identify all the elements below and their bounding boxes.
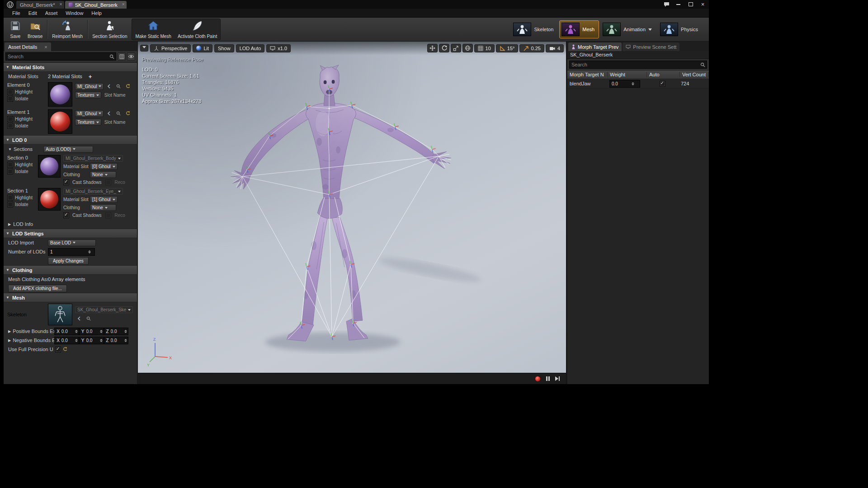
- material-dropdown[interactable]: MI_Ghoul: [75, 110, 104, 117]
- clothing-dropdown[interactable]: None: [90, 204, 116, 211]
- textures-dropdown[interactable]: Textures: [75, 119, 101, 126]
- spinner-arrows[interactable]: [75, 339, 78, 342]
- add-apex-clothing-button[interactable]: Add APEX clothing file...: [8, 285, 67, 292]
- menu-asset[interactable]: Asset: [41, 10, 62, 16]
- rotate-tool-button[interactable]: [439, 44, 449, 52]
- unreal-logo-icon[interactable]: [4, 1, 16, 9]
- screen-size-button[interactable]: x1.0: [266, 44, 291, 52]
- auto-checkbox[interactable]: [660, 81, 665, 87]
- angle-snap-button[interactable]: 15°: [496, 44, 519, 52]
- feedback-icon[interactable]: [660, 0, 672, 9]
- material-thumbnail[interactable]: [48, 82, 72, 107]
- grid-snap-button[interactable]: 10: [474, 44, 495, 52]
- column-auto[interactable]: Auto: [647, 72, 680, 77]
- morph-search-input[interactable]: [569, 61, 707, 69]
- tab-sk-ghoul-berserk[interactable]: SK_Ghoul_Berserk ×: [65, 1, 127, 9]
- full-precision-checkbox[interactable]: [55, 347, 61, 352]
- isolate-checkbox[interactable]: [7, 169, 13, 174]
- cast-shadows-checkbox[interactable]: [63, 212, 69, 218]
- category-clothing[interactable]: ▼ Clothing: [4, 265, 137, 275]
- section-material-dropdown[interactable]: MI_Ghoul_Berserk_Body: [63, 155, 123, 162]
- menu-file[interactable]: File: [8, 10, 24, 16]
- reset-to-default-icon[interactable]: [124, 109, 132, 117]
- section-selection-button[interactable]: Section Selection: [89, 19, 130, 40]
- column-view-icon[interactable]: [118, 52, 126, 61]
- add-material-slot-button[interactable]: +: [89, 73, 92, 80]
- highlight-checkbox[interactable]: [7, 89, 13, 95]
- translate-tool-button[interactable]: [427, 44, 438, 52]
- category-lod0[interactable]: ▼ LOD 0: [4, 135, 137, 145]
- use-selected-arrow-icon[interactable]: [105, 82, 113, 90]
- negative-x-input[interactable]: [61, 338, 74, 343]
- browse-to-asset-icon[interactable]: [114, 109, 123, 117]
- scale-snap-button[interactable]: 0.25: [519, 44, 544, 52]
- view-options-eye-icon[interactable]: [127, 52, 135, 61]
- category-material-slots[interactable]: ▼ Material Slots: [4, 62, 137, 72]
- close-icon[interactable]: ×: [59, 1, 62, 7]
- browse-to-asset-icon[interactable]: [85, 314, 93, 323]
- number-of-lods-input[interactable]: [49, 249, 87, 254]
- tab-preview-scene-settings[interactable]: Preview Scene Sett: [623, 42, 679, 51]
- section-material-thumbnail[interactable]: [38, 188, 61, 211]
- browse-button[interactable]: Browse: [24, 19, 46, 40]
- clothing-dropdown[interactable]: None: [90, 171, 116, 178]
- show-dropdown[interactable]: Show: [214, 44, 234, 52]
- mode-mesh[interactable]: Mesh: [559, 20, 599, 38]
- minimize-button[interactable]: [672, 0, 684, 9]
- lod-import-dropdown[interactable]: Base LOD: [48, 239, 96, 246]
- positive-y-input[interactable]: [85, 329, 99, 334]
- camera-speed-button[interactable]: 4: [546, 44, 564, 52]
- asset-details-search-input[interactable]: [5, 52, 116, 61]
- mode-physics[interactable]: Physics: [658, 20, 703, 38]
- save-button[interactable]: Save: [6, 19, 24, 40]
- use-selected-arrow-icon[interactable]: [105, 109, 113, 117]
- category-lod-settings[interactable]: ▼ LOD Settings: [4, 229, 137, 238]
- viewport-canvas-area[interactable]: Perspective Lit Show LOD Auto x1.0: [138, 42, 566, 373]
- expand-arrow-icon[interactable]: ▶: [8, 338, 11, 343]
- spinner-arrows[interactable]: [124, 339, 127, 342]
- close-button[interactable]: ×: [697, 0, 709, 9]
- expand-arrow-icon[interactable]: ▶: [8, 329, 11, 333]
- maximize-button[interactable]: [684, 0, 697, 9]
- tab-ghoul-berserk[interactable]: Ghoul_Berserk* ×: [16, 1, 64, 9]
- pause-button[interactable]: [546, 376, 550, 381]
- skeleton-thumbnail[interactable]: [48, 304, 72, 325]
- skeleton-asset-dropdown[interactable]: SK_Ghoul_Berserk_Ske: [75, 306, 133, 313]
- isolate-checkbox[interactable]: [7, 123, 13, 129]
- mode-skeleton[interactable]: Skeleton: [511, 20, 558, 38]
- negative-z-input[interactable]: [110, 338, 123, 343]
- material-slot-dropdown[interactable]: [0] Ghoul: [90, 163, 118, 170]
- menu-window[interactable]: Window: [61, 10, 87, 16]
- isolate-checkbox[interactable]: [7, 202, 13, 207]
- section-material-dropdown[interactable]: MI_Ghoul_Berserk_Eye_: [63, 188, 123, 195]
- use-selected-arrow-icon[interactable]: [75, 314, 83, 323]
- tab-asset-details[interactable]: Asset Details ×: [5, 42, 51, 51]
- reset-to-default-icon[interactable]: [124, 82, 132, 90]
- morph-table-row[interactable]: blendJaw 724: [567, 79, 709, 89]
- morph-weight-input[interactable]: [611, 81, 631, 86]
- record-button[interactable]: [535, 376, 541, 382]
- close-icon[interactable]: ×: [122, 1, 124, 7]
- positive-x-input[interactable]: [61, 329, 74, 334]
- spinner-arrows[interactable]: [100, 339, 103, 342]
- make-static-mesh-button[interactable]: Make Static Mesh: [132, 19, 174, 40]
- column-weight[interactable]: Weight: [608, 72, 647, 77]
- material-slot-dropdown[interactable]: [1] Ghoul: [90, 196, 118, 203]
- scale-tool-button[interactable]: [451, 44, 461, 52]
- negative-y-input[interactable]: [85, 338, 99, 343]
- lod-auto-dropdown[interactable]: LOD Auto: [236, 44, 265, 52]
- spinner-arrows[interactable]: [75, 330, 78, 333]
- close-icon[interactable]: ×: [44, 44, 47, 50]
- highlight-checkbox[interactable]: [7, 116, 13, 122]
- apply-changes-button[interactable]: Apply Changes: [48, 257, 89, 265]
- column-morph-target-name[interactable]: Morph Target N: [567, 72, 608, 77]
- spinner-arrows[interactable]: [632, 82, 634, 85]
- isolate-checkbox[interactable]: [7, 96, 13, 102]
- menu-edit[interactable]: Edit: [24, 10, 41, 16]
- mode-animation[interactable]: Animation: [600, 20, 656, 38]
- perspective-dropdown[interactable]: Perspective: [150, 44, 191, 52]
- spinner-arrows[interactable]: [124, 330, 127, 333]
- spinner-arrows[interactable]: [100, 330, 103, 333]
- material-dropdown[interactable]: MI_Ghoul: [75, 83, 104, 90]
- activate-cloth-paint-button[interactable]: Activate Cloth Paint: [175, 19, 220, 40]
